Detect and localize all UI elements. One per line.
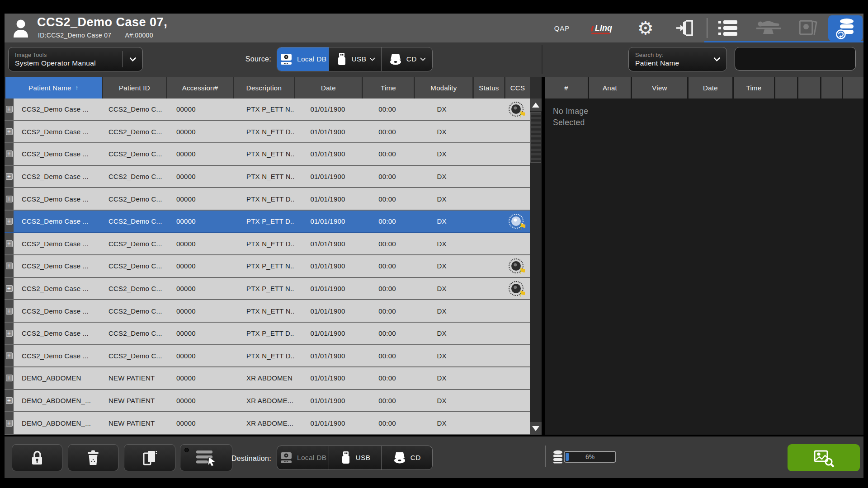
expand-row-button[interactable]: + (6, 397, 13, 404)
col-header-accession[interactable]: Accession# (167, 77, 233, 99)
study-table-row[interactable]: + CCS2_Demo Case ... CCS2_Demo C... 0000… (5, 166, 530, 188)
expand-row-button[interactable]: + (6, 285, 13, 292)
study-table-row[interactable]: + CCS2_Demo Case ... CCS2_Demo C... 0000… (5, 255, 530, 278)
col-header-patient-name[interactable]: Patient Name ↑ (5, 77, 102, 99)
destination-local-db-label: Local DB (297, 454, 326, 462)
source-cd-button[interactable]: CD (381, 47, 432, 71)
cell-time: 00:00 (362, 323, 413, 344)
col-header-ccs[interactable]: CCS (505, 77, 530, 99)
destination-label: Destination: (208, 455, 271, 463)
cell-patient-name: CCS2_Demo Case ... (14, 166, 102, 188)
study-table-row[interactable]: + CCS2_Demo Case ... CCS2_Demo C... 0000… (5, 345, 530, 368)
destination-cd-button[interactable]: CD (381, 446, 432, 469)
cell-date: 01/01/1900 (294, 121, 362, 143)
col-header-modality[interactable]: Modality (415, 77, 472, 99)
settings-button[interactable]: ⚙ (637, 19, 654, 37)
col-header-patient-id[interactable]: Patient ID (103, 77, 166, 99)
study-table-row[interactable]: + DEMO_ABDOMEN_... NEW PATIENT 00000 XR … (5, 390, 530, 413)
cell-accession: 00000 (165, 345, 233, 367)
img-col-number[interactable]: # (545, 77, 588, 99)
image-tools-dropdown[interactable]: Image Tools System Operator Manual (8, 47, 143, 71)
sort-ascending-icon: ↑ (75, 84, 79, 91)
source-local-db-button[interactable]: Local DB (277, 47, 329, 71)
expand-row-button[interactable]: + (6, 173, 13, 180)
img-col-view[interactable]: View (632, 77, 687, 99)
acquisition-view-button[interactable] (755, 19, 782, 38)
cell-time: 00:00 (362, 99, 413, 120)
scrollbar-thumb[interactable] (530, 112, 541, 163)
expand-row-button[interactable]: + (6, 128, 13, 135)
expand-row-button[interactable]: + (6, 263, 13, 269)
image-tools-value: System Operator Manual (15, 59, 116, 67)
study-table-row[interactable]: + CCS2_Demo Case ... CCS2_Demo C... 0000… (5, 99, 530, 121)
img-col-empty-2 (798, 77, 820, 99)
expand-row-button[interactable]: + (6, 196, 13, 202)
worklist-view-button[interactable] (718, 19, 738, 37)
expand-row-button[interactable]: + (6, 330, 13, 337)
image-review-view-button[interactable] (797, 19, 818, 38)
cell-modality: DX (413, 390, 471, 412)
study-table-row[interactable]: + DEMO_ABDOMEN_... NEW PATIENT 00000 XR … (5, 412, 530, 435)
cell-description: PTX P_ETT D... (233, 323, 294, 344)
img-col-date[interactable]: Date (689, 77, 732, 99)
study-table-row[interactable]: + CCS2_Demo Case ... CCS2_Demo C... 0000… (5, 143, 530, 166)
no-image-selected-message: No Image Selected (545, 99, 863, 129)
cell-patient-name: CCS2_Demo Case ... (14, 345, 102, 367)
img-col-anat[interactable]: Anat (589, 77, 631, 99)
cell-accession: 00000 (165, 390, 233, 412)
study-table-row[interactable]: + CCS2_Demo Case ... CCS2_Demo C... 0000… (5, 300, 530, 323)
study-table-row[interactable]: + CCS2_Demo Case ... CCS2_Demo C... 0000… (5, 211, 530, 233)
review-images-button[interactable] (788, 444, 860, 471)
expand-row-button[interactable]: + (6, 308, 13, 314)
expand-row-button[interactable]: + (6, 218, 13, 225)
scroll-up-button[interactable] (530, 99, 542, 111)
cell-patient-id: CCS2_Demo C... (102, 166, 165, 188)
table-scrollbar[interactable] (530, 99, 542, 435)
search-by-dropdown[interactable]: Search by: Patient Name (628, 47, 727, 71)
img-col-time[interactable]: Time (734, 77, 774, 99)
expand-row-button[interactable]: + (6, 150, 13, 157)
destination-usb-button[interactable]: USB (329, 446, 381, 469)
destination-cd-label: CD (410, 454, 421, 462)
study-table: Patient Name ↑ Patient ID Accession# Des… (5, 77, 542, 435)
col-header-date[interactable]: Date (295, 77, 362, 99)
study-table-row[interactable]: + CCS2_Demo Case ... CCS2_Demo C... 0000… (5, 233, 530, 256)
delete-study-button[interactable] (68, 444, 118, 471)
copy-study-button[interactable] (124, 444, 175, 471)
row-expander-cell: + (5, 99, 14, 120)
study-table-row[interactable]: + CCS2_Demo Case ... CCS2_Demo C... 0000… (5, 188, 530, 211)
study-table-row[interactable]: + DEMO_ABDOMEN NEW PATIENT 00000 XR ABDO… (5, 367, 530, 390)
study-table-row[interactable]: + CCS2_Demo Case ... CCS2_Demo C... 0000… (5, 323, 530, 345)
row-expander-cell: + (5, 188, 14, 210)
row-expander-cell: + (5, 367, 14, 389)
cell-accession: 00000 (165, 188, 233, 210)
linq-logo[interactable]: Linq (595, 23, 612, 33)
qap-button[interactable]: QAP (554, 24, 570, 32)
expand-row-button[interactable]: + (6, 352, 13, 359)
expand-row-button[interactable]: + (6, 375, 13, 381)
cell-ccs: ⚑ (502, 300, 530, 322)
study-table-row[interactable]: + CCS2_Demo Case ... CCS2_Demo C... 0000… (5, 278, 530, 300)
lock-study-button[interactable] (12, 444, 62, 471)
cell-ccs: ⚑ (502, 188, 530, 210)
study-table-row[interactable]: + CCS2_Demo Case ... CCS2_Demo C... 0000… (5, 121, 530, 144)
cell-patient-id: CCS2_Demo C... (102, 345, 165, 367)
expand-row-button[interactable]: + (6, 240, 13, 247)
chevron-down-icon (420, 55, 426, 61)
source-label: Source: (217, 55, 271, 63)
col-header-status[interactable]: Status (474, 77, 504, 99)
col-header-description[interactable]: Description (234, 77, 294, 99)
database-view-button-active[interactable] (828, 15, 863, 41)
cell-status (471, 143, 502, 165)
col-header-time[interactable]: Time (363, 77, 414, 99)
scroll-down-button[interactable] (530, 422, 542, 435)
cell-time: 00:00 (362, 166, 413, 188)
source-usb-button[interactable]: USB (329, 47, 381, 71)
expand-row-button[interactable]: + (6, 106, 13, 113)
linq-logo-underline (591, 33, 610, 34)
image-list-header: # Anat View Date Time (545, 77, 863, 99)
logout-button[interactable] (675, 19, 695, 38)
expand-row-button[interactable]: + (6, 420, 13, 427)
search-input[interactable] (735, 47, 856, 70)
image-gallery-icon (797, 19, 818, 38)
